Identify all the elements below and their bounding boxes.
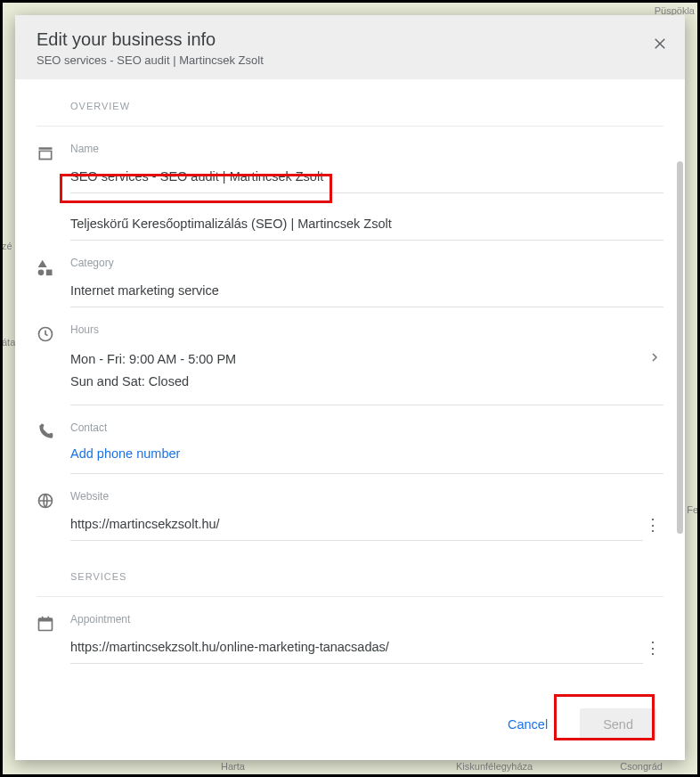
outer-frame — [0, 0, 700, 777]
